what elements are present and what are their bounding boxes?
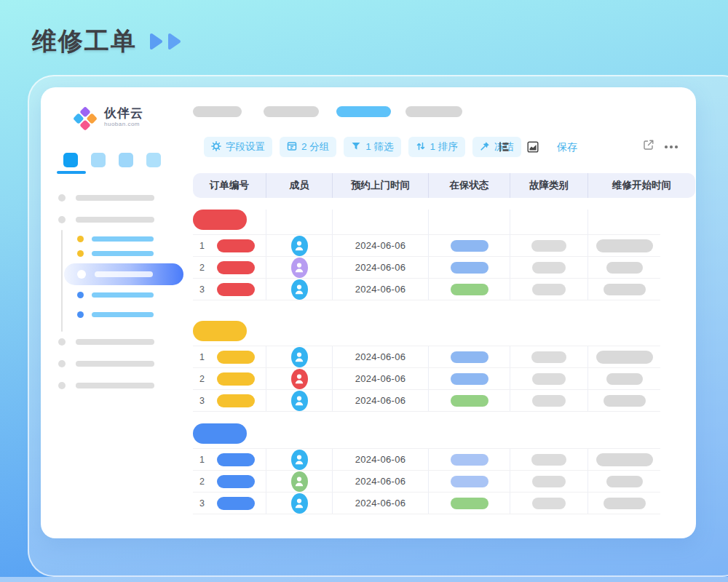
repair-start-pill <box>596 453 653 466</box>
sidebar: 伙伴云 huoban.com <box>41 87 193 538</box>
column-header[interactable]: 故障类别 <box>510 173 587 198</box>
bottom-highlight <box>0 577 728 582</box>
table-row[interactable]: 3 2024-06-06 <box>193 492 660 514</box>
skeleton-bar <box>76 339 154 345</box>
column-header[interactable]: 成员 <box>266 173 332 198</box>
view-tab-pill[interactable] <box>336 106 391 117</box>
sidebar-item-active[interactable] <box>64 263 183 285</box>
sidebar-item-skeleton[interactable] <box>41 211 193 228</box>
group-value-pill[interactable] <box>193 210 247 230</box>
field-settings-button[interactable]: 字段设置 <box>204 137 272 157</box>
group-value-pill[interactable] <box>193 423 247 444</box>
skeleton-bar <box>95 271 153 277</box>
warranty-status-pill <box>451 395 488 407</box>
order-number-pill <box>217 475 255 488</box>
row-height-icon[interactable] <box>499 141 510 153</box>
area-chart-icon[interactable] <box>527 141 539 153</box>
brand-domain: huoban.com <box>104 121 143 127</box>
page-background: { "page": { "title": "维修工单" }, "brand": … <box>0 0 728 582</box>
sidebar-subitem-skeleton[interactable] <box>41 231 193 246</box>
fault-category-pill <box>532 476 566 487</box>
cell-member <box>266 390 332 411</box>
column-header[interactable]: 维修开始时间 <box>587 173 695 198</box>
sidebar-nav-list <box>41 189 193 394</box>
table-header: 订单编号 成员 预约上门时间 在保状态 故障类别 维修开始时间 <box>193 173 695 198</box>
table-row[interactable]: 2 2024-06-06 <box>193 367 660 389</box>
cell-order-number: 1 <box>193 346 266 367</box>
person-icon <box>294 261 304 274</box>
appointment-date: 2024-06-06 <box>355 262 406 273</box>
cell-member <box>266 471 332 492</box>
bullet-icon <box>58 382 66 389</box>
board-grid-icon <box>287 141 297 154</box>
table-group: 1 2024-06-06 2 <box>193 321 660 412</box>
row-index: 1 <box>199 352 210 362</box>
sidebar-item-skeleton[interactable] <box>41 189 193 207</box>
cell-member <box>266 493 332 514</box>
cell-fault-category <box>510 346 587 367</box>
cell-repair-start-time <box>587 368 660 389</box>
member-avatar <box>291 450 308 470</box>
cell-repair-start-time <box>587 235 660 256</box>
skeleton-bar <box>92 312 154 317</box>
sidebar-item-skeleton[interactable] <box>41 355 193 372</box>
sidebar-item-skeleton[interactable] <box>41 377 193 394</box>
cell-order-number: 1 <box>193 235 266 256</box>
member-avatar <box>291 493 308 514</box>
cell-order-number: 3 <box>193 493 266 514</box>
workspace-tab[interactable] <box>63 153 78 167</box>
workspace-tab[interactable] <box>91 153 106 167</box>
table-row[interactable]: 2 2024-06-06 <box>193 470 660 492</box>
table-row[interactable]: 2 2024-06-06 <box>193 256 660 278</box>
table-row[interactable]: 1 2024-06-06 <box>193 346 660 367</box>
warranty-status-pill <box>451 284 488 295</box>
group-rows: 1 2024-06-06 2 <box>193 234 660 300</box>
fault-category-pill <box>532 498 566 509</box>
column-header[interactable]: 订单编号 <box>193 173 266 198</box>
order-number-pill <box>217 283 255 296</box>
save-button[interactable]: 保存 <box>557 137 577 157</box>
warranty-status-pill <box>451 498 488 509</box>
member-avatar <box>291 369 308 389</box>
view-tab-pill[interactable] <box>193 106 242 117</box>
table-row[interactable]: 1 2024-06-06 <box>193 448 660 470</box>
group-value-pill[interactable] <box>193 321 247 341</box>
filter-button[interactable]: 1 筛选 <box>344 137 400 157</box>
cell-appointment-time: 2024-06-06 <box>332 235 428 256</box>
share-icon[interactable] <box>643 139 654 151</box>
order-number-pill <box>217 261 255 274</box>
sort-button[interactable]: 1 排序 <box>408 137 465 157</box>
cell-repair-start-time <box>587 257 660 278</box>
fault-category-pill <box>531 351 566 363</box>
member-avatar <box>291 347 308 367</box>
group-label: 2 分组 <box>301 140 329 154</box>
workspace-tab[interactable] <box>119 153 133 167</box>
freeze-button[interactable]: 冻结 <box>472 137 521 157</box>
column-header[interactable]: 在保状态 <box>428 173 510 198</box>
more-actions-button[interactable] <box>665 146 678 148</box>
appointment-date: 2024-06-06 <box>355 284 406 295</box>
row-index: 2 <box>199 263 210 273</box>
sidebar-subitem-skeleton[interactable] <box>41 246 193 260</box>
cell-order-number: 3 <box>193 390 266 411</box>
table-row[interactable]: 3 2024-06-06 <box>193 278 660 300</box>
view-tab-pill[interactable] <box>264 106 319 117</box>
skeleton-bar <box>92 251 154 256</box>
skeleton-bar <box>76 383 154 388</box>
column-header[interactable]: 预约上门时间 <box>332 173 428 198</box>
view-tab-pill[interactable] <box>405 106 462 117</box>
skeleton-bar <box>76 217 154 223</box>
cell-member <box>266 346 332 367</box>
pin-icon <box>480 141 490 154</box>
sidebar-item-skeleton[interactable] <box>41 333 193 351</box>
workspace-tab[interactable] <box>146 153 161 167</box>
group-button[interactable]: 2 分组 <box>280 137 336 157</box>
order-number-pill <box>217 394 255 407</box>
row-index: 2 <box>199 374 210 384</box>
sidebar-subitem-skeleton[interactable] <box>41 307 193 322</box>
person-icon <box>294 372 304 385</box>
table-row[interactable]: 3 2024-06-06 <box>193 389 660 411</box>
table-row[interactable]: 1 2024-06-06 <box>193 234 660 256</box>
field-settings-label: 字段设置 <box>226 140 265 154</box>
sidebar-subitem-skeleton[interactable] <box>41 287 193 302</box>
